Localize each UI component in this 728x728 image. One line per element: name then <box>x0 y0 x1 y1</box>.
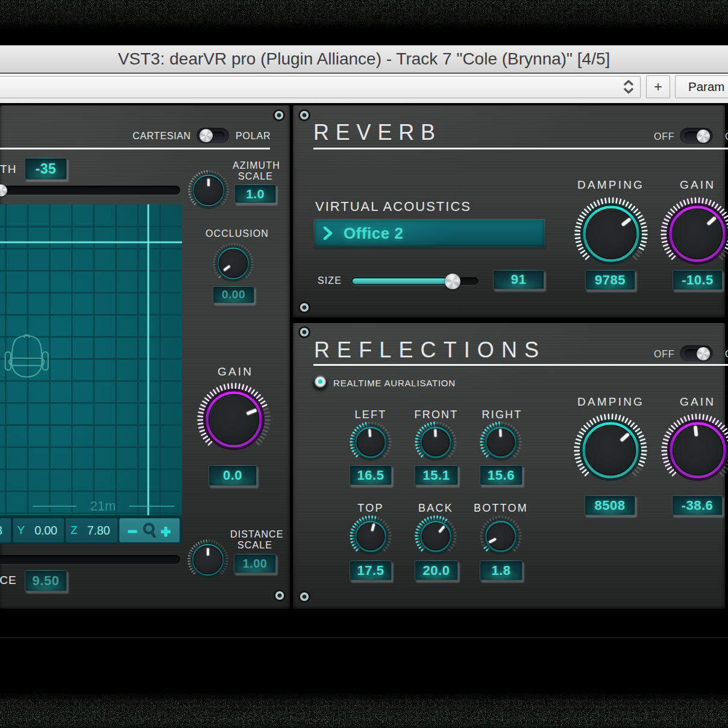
svg-text:21m: 21m <box>90 498 116 513</box>
